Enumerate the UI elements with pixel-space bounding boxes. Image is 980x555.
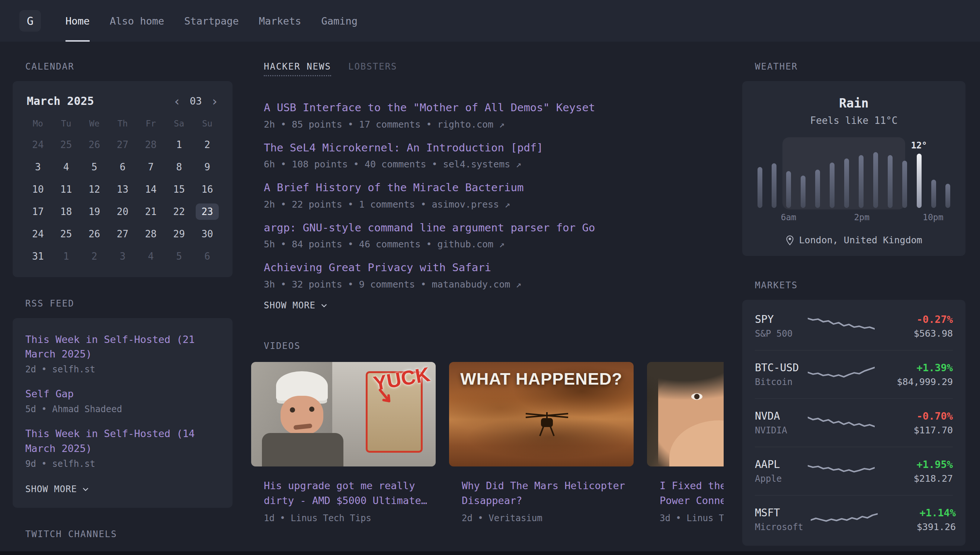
calendar-day-selected[interactable]: 23 [193,201,221,223]
chevron-right-icon[interactable]: › [211,95,218,107]
calendar-day[interactable]: 28 [136,223,165,245]
nav-tab-markets[interactable]: Markets [259,0,302,42]
calendar-day[interactable]: 24 [24,223,52,245]
video-item: YUCK His upgrade got me really dirty - A… [251,362,436,523]
market-symbol-block: AAPLApple [755,458,800,484]
calendar-day[interactable]: 2 [193,133,221,156]
weather-card: Rain Feels like 11°C 12° 6am2pm10pm Lond… [742,81,966,256]
nav-tab-also-home[interactable]: Also home [110,0,164,42]
market-row-btc-usd[interactable]: BTC-USDBitcoin+1.39%$84,999.29 [755,350,953,398]
calendar-day[interactable]: 9 [193,156,221,178]
news-item-title[interactable]: argp: GNU-style command line argument pa… [264,220,723,236]
rss-item-meta: 5d • Ahmad Shadeed [25,404,220,414]
weather-time-label: 6am [781,212,797,222]
video-title[interactable]: His upgrade got me really dirty - AMD $5… [264,478,436,508]
news-item-meta: 2h • 22 points • 1 comments • asimov.pre… [264,199,723,210]
calendar-day[interactable]: 4 [52,156,80,178]
calendar-day[interactable]: 5 [165,245,193,268]
chevron-left-icon[interactable]: ‹ [173,95,181,107]
news-item-title[interactable]: A USB Interface to the "Mother of All De… [264,100,723,115]
calendar-day[interactable]: 18 [52,201,80,223]
video-thumbnail[interactable]: DOTT [647,362,723,467]
market-row-aapl[interactable]: AAPLApple+1.95%$218.27 [755,447,953,495]
calendar-day[interactable]: 3 [109,245,137,268]
calendar-day[interactable]: 1 [165,133,193,156]
face-shape [281,396,323,435]
calendar-day[interactable]: 5 [80,156,109,178]
news-item-title[interactable]: A Brief History of the Miracle Bacterium [264,180,723,195]
market-row-spy[interactable]: SPYS&P 500-0.27%$563.98 [755,302,953,350]
weather-bar-column [830,162,834,208]
calendar-day[interactable]: 16 [193,178,221,201]
weather-hourly-chart: 12° [755,137,953,208]
news-tabs: HACKER NEWSLOBSTERS [264,61,723,76]
app-logo[interactable]: G [19,10,41,32]
market-name: Microsoft [755,522,803,532]
calendar-day[interactable]: 25 [52,223,80,245]
calendar-day[interactable]: 30 [193,223,221,245]
news-show-more-label: SHOW MORE [264,300,316,311]
calendar-day[interactable]: 15 [165,178,193,201]
rss-item-title[interactable]: This Week in Self-Hosted (21 March 2025) [25,332,220,361]
rss-item: Self Gap5d • Ahmad Shadeed [25,387,220,414]
calendar-month-title: March 2025 [27,95,94,107]
market-row-msft[interactable]: MSFTMicrosoft+1.14%$391.26 [755,495,953,544]
market-sparkline [808,411,875,435]
calendar-day[interactable]: 13 [109,178,137,201]
market-change: +1.14% [885,507,956,518]
calendar-day[interactable]: 19 [80,201,109,223]
nav-tab-gaming[interactable]: Gaming [321,0,358,42]
calendar-day[interactable]: 3 [24,156,52,178]
calendar-day[interactable]: 20 [109,201,137,223]
thumb-overlay-text: WHAT HAPPENED? [449,369,634,389]
rss-show-more-button[interactable]: SHOW MORE [25,484,220,494]
calendar-day[interactable]: 17 [24,201,52,223]
market-row-nvda[interactable]: NVDANVIDIA-0.70%$117.70 [755,398,953,447]
calendar-day[interactable]: 6 [109,156,137,178]
video-thumbnail[interactable]: YUCK [251,362,436,467]
news-list: A USB Interface to the "Mother of All De… [264,100,723,290]
top-nav: G HomeAlso homeStartpageMarketsGaming [0,0,980,42]
calendar-day[interactable]: 6 [193,245,221,268]
weather-bar [887,137,893,208]
news-show-more-button[interactable]: SHOW MORE [264,300,723,311]
calendar-day[interactable]: 27 [109,133,137,156]
nav-tab-home[interactable]: Home [66,0,90,42]
news-tab-hacker-news[interactable]: HACKER NEWS [264,61,331,76]
calendar-day[interactable]: 25 [52,133,80,156]
calendar-day[interactable]: 2 [80,245,109,268]
rss-item-title[interactable]: Self Gap [25,387,220,401]
calendar-day[interactable]: 21 [136,201,165,223]
video-title[interactable]: Why Did The Mars Helicopter Disappear? [462,478,634,508]
videos-row: YUCK His upgrade got me really dirty - A… [251,362,723,523]
calendar-day[interactable]: 27 [109,223,137,245]
news-tab-lobsters[interactable]: LOBSTERS [348,61,397,76]
calendar-day[interactable]: 31 [24,245,52,268]
calendar-day[interactable]: 11 [52,178,80,201]
calendar-day[interactable]: 8 [165,156,193,178]
video-title[interactable]: I Fixed the 5 Power Connect [660,478,723,508]
calendar-weekday-label: Mo [24,115,52,133]
weather-bar-column [945,184,950,208]
calendar-day[interactable]: 12 [80,178,109,201]
body-shape [262,433,343,467]
calendar-day[interactable]: 22 [165,201,193,223]
calendar-day[interactable]: 24 [24,133,52,156]
news-item-title[interactable]: The SeL4 Microkernel: An Introduction [p… [264,140,723,156]
news-item-title[interactable]: Achieving Great Privacy with Safari [264,260,723,275]
calendar-day[interactable]: 14 [136,178,165,201]
rss-item-title[interactable]: This Week in Self-Hosted (14 March 2025) [25,426,220,455]
calendar-day[interactable]: 10 [24,178,52,201]
nav-tab-startpage[interactable]: Startpage [184,0,239,42]
market-name: Apple [755,473,800,484]
calendar-day[interactable]: 28 [136,133,165,156]
calendar-day[interactable]: 1 [52,245,80,268]
calendar-day[interactable]: 29 [165,223,193,245]
calendar-day[interactable]: 4 [136,245,165,268]
calendar-day[interactable]: 26 [80,223,109,245]
calendar-day[interactable]: 7 [136,156,165,178]
market-ticker: MSFT [755,507,803,519]
video-thumbnail[interactable]: WHAT HAPPENED? [449,362,634,467]
calendar-day[interactable]: 26 [80,133,109,156]
hair-shape [647,362,723,399]
